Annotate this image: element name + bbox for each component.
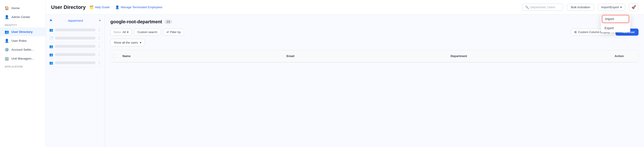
export-menu-item[interactable]: Export [601,24,630,32]
status-label: Status [113,31,121,34]
search-placeholder: Department, Users [530,6,555,9]
users-dept-icon: 👥 [49,28,53,32]
dept-item-name [55,45,96,48]
table-col-department: Department [447,53,611,60]
table-col-action: Action [611,53,638,60]
import-menu-item[interactable]: Import [602,15,629,23]
columns-icon: ⊞ [574,30,577,34]
custom-search-button[interactable]: Custom search [134,29,160,36]
filter-bar: Status All ▾ Custom search ⇌ Filter by ⊞… [110,29,638,36]
dept-count-badge: 23 [164,20,172,24]
sidebar-item-home[interactable]: 🏠 Home [0,4,46,13]
import-export-button[interactable]: Import/Export ▾ [598,4,625,11]
users3-dept-icon: 👥 [49,53,53,56]
import-export-dropdown: Import Export [601,14,630,32]
users4-dept-icon: 👥 [49,61,53,65]
sidebar-item-label: Account Settin... [12,48,34,51]
help-guide-link[interactable]: 🗂️ Help Guide [90,5,110,9]
sidebar-item-label: Admin Center [12,15,30,19]
left-panel-header: ⚑ department + [46,18,105,26]
dept-options-icon[interactable]: ⋮ [98,44,101,48]
sidebar-item-label: Home [12,7,20,10]
sidebar-item-unit-management[interactable]: 🏢 Unit Managem... [0,54,46,63]
dept-list-item[interactable]: 👥 ⋮ [46,50,105,59]
table-col-name: Name [119,53,283,60]
dept-item-name [55,29,96,31]
show-all-bar: Show all the users ▾ [110,39,638,46]
section-application: Application [0,63,46,69]
show-all-label: Show all the users [114,41,138,44]
sidebar-item-user-roles[interactable]: 👤 User Roles [0,36,46,45]
status-filter[interactable]: Status All ▾ [110,29,132,36]
manage-terminated-link[interactable]: 👤 Manage Terminated Employees [115,5,162,9]
select-all-checkbox[interactable] [113,54,116,58]
building-icon: 🏢 [4,56,9,61]
users-icon: 👥 [4,30,9,34]
dept-list-item[interactable]: 👥 ⋮ [46,59,105,67]
dept-item-name [55,37,96,40]
bulk-activation-button[interactable]: Bulk Activation [567,4,594,11]
dept-item-name [55,61,96,64]
manage-terminated-label: Manage Terminated Employees [121,6,162,9]
global-search[interactable]: 🔍 Department, Users [522,4,563,11]
status-value: All [122,30,126,34]
table-col-email: Email [283,53,447,60]
home-icon: 🏠 [4,6,9,10]
help-guide-icon: 🗂️ [90,5,94,9]
dept-item-name [55,53,96,56]
dept-options-icon[interactable]: ⋮ [98,61,101,65]
table-header: Name Email Department Action [110,50,638,62]
show-all-select[interactable]: Show all the users ▾ [110,39,145,46]
admin-icon: 👤 [4,15,9,19]
chevron-down-icon: ▾ [620,6,622,9]
help-guide-label: Help Guide [95,6,110,9]
sidebar-item-admin-center[interactable]: 👤 Admin Center [0,13,46,22]
right-panel-header: google-root-department 23 [110,19,638,25]
content-area: ⚑ department + 👥 ⋮ 📄 ⋮ 👥 ⋮ 👥 [46,15,644,147]
sidebar: 🏠 Home 👤 Admin Center Identity 👥 User Di… [0,0,46,147]
file-dept-icon: 📄 [49,36,53,40]
search-icon: 🔍 [525,6,529,9]
filter-by-button[interactable]: ⇌ Filter by [163,29,184,36]
table-checkbox-header[interactable] [110,53,119,60]
left-panel: ⚑ department + 👥 ⋮ 📄 ⋮ 👥 ⋮ 👥 [46,15,105,147]
filter-icon: ⇌ [166,30,169,34]
flag-icon: ⚑ [49,19,52,23]
manage-terminated-icon: 👤 [115,5,120,9]
notification-button[interactable]: 🚀 [629,3,638,11]
dept-list-item[interactable]: 📄 ⋮ [46,34,105,42]
add-dept-button[interactable]: + [98,18,101,23]
dept-options-icon[interactable]: ⋮ [98,36,101,40]
main-content: User Directory 🗂️ Help Guide 👤 Manage Te… [46,0,644,147]
page-header: User Directory 🗂️ Help Guide 👤 Manage Te… [46,0,644,15]
sidebar-item-account-settings[interactable]: ⚙️ Account Settin... [0,45,46,54]
dept-label: department [68,19,83,22]
chevron-down-icon: ▾ [140,41,142,44]
sidebar-item-label: User Directory [12,30,32,34]
filter-by-label: Filter by [170,30,180,34]
dept-list-item[interactable]: 👥 ⋮ [46,26,105,34]
dept-name-title: google-root-department [110,19,162,25]
right-panel: google-root-department 23 Status All ▾ C… [105,15,644,147]
sidebar-item-label: Unit Managem... [12,57,34,60]
chevron-down-icon: ▾ [127,30,128,34]
users-table: Name Email Department Action [110,50,638,63]
role-icon: 👤 [4,39,9,43]
page-title: User Directory [51,4,86,10]
dept-options-icon[interactable]: ⋮ [98,52,101,57]
dept-list-item[interactable]: 👥 ⋮ [46,42,105,50]
import-export-label: Import/Export [601,6,619,9]
users2-dept-icon: 👥 [49,45,53,48]
rocket-icon: 🚀 [632,5,636,9]
sidebar-item-label: User Roles [12,39,27,43]
section-identity: Identity [0,22,46,27]
settings-icon: ⚙️ [4,48,9,52]
dept-options-icon[interactable]: ⋮ [98,28,101,32]
sidebar-item-user-directory[interactable]: 👥 User Directory [0,27,46,36]
